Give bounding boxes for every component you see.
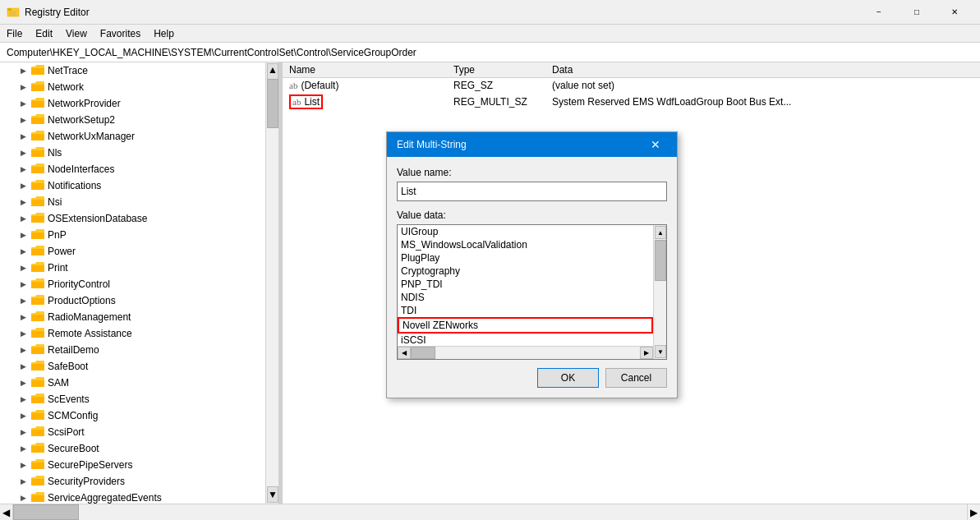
tree-item[interactable]: ▶OSExtensionDatabase	[0, 210, 278, 227]
tree-item[interactable]: ▶SafeBoot	[0, 358, 278, 375]
expand-btn[interactable]: ▶	[16, 228, 30, 242]
menu-file[interactable]: File	[0, 25, 29, 42]
tree-item[interactable]: ▶NetworkProvider	[0, 95, 278, 112]
close-button[interactable]: ✕	[936, 0, 973, 25]
tree-item[interactable]: ▶PnP	[0, 227, 278, 243]
vd-scroll-up[interactable]: ▲	[655, 226, 666, 239]
value-data-item[interactable]: Cryptography	[398, 265, 653, 278]
expand-btn[interactable]: ▶	[16, 311, 30, 324]
expand-btn[interactable]: ▶	[16, 278, 30, 291]
tree-item[interactable]: ▶Power	[0, 243, 278, 260]
expand-btn[interactable]: ▶	[16, 146, 30, 159]
tree-item[interactable]: ▶Notifications	[0, 177, 278, 194]
tree-item[interactable]: ▶PriorityControl	[0, 276, 278, 292]
expand-btn[interactable]: ▶	[16, 97, 30, 110]
folder-icon	[31, 229, 44, 241]
scroll-up-btn[interactable]: ▲	[267, 63, 278, 80]
tree-item[interactable]: ▶SAM	[0, 375, 278, 391]
menu-view[interactable]: View	[59, 25, 94, 42]
value-data-item[interactable]: iSCSI	[398, 334, 653, 347]
value-data-item[interactable]: UIGroup	[398, 225, 653, 238]
tree-item[interactable]: ▶RadioManagement	[0, 309, 278, 325]
expand-btn[interactable]: ▶	[16, 458, 30, 472]
maximize-button[interactable]: □	[898, 0, 936, 25]
h-scrollbar-thumb[interactable]	[13, 504, 79, 520]
scroll-down-btn[interactable]: ▼	[267, 486, 278, 503]
expand-btn[interactable]: ▶	[16, 163, 30, 176]
tree-item[interactable]: ▶ScsiPort	[0, 424, 278, 440]
expand-btn[interactable]: ▶	[16, 343, 30, 357]
value-data-item[interactable]: NDIS	[398, 291, 653, 304]
vd-h-right[interactable]: ▶	[640, 347, 653, 359]
tree-item[interactable]: ▶NetworkSetup2	[0, 112, 278, 128]
expand-btn[interactable]: ▶	[16, 327, 30, 340]
value-data-item[interactable]: MS_WindowsLocalValidation	[398, 238, 653, 251]
tree-item[interactable]: ▶NetworkUxManager	[0, 128, 278, 145]
tree-scrollbar: ▲ ▼	[265, 62, 278, 504]
vd-scroll-down[interactable]: ▼	[655, 345, 666, 358]
expand-btn[interactable]: ▶	[16, 376, 30, 389]
expand-btn[interactable]: ▶	[16, 81, 30, 94]
col-type: Type	[447, 62, 545, 78]
ok-button[interactable]: OK	[537, 368, 599, 388]
tree-item[interactable]: ▶Nls	[0, 145, 278, 161]
expand-btn[interactable]: ▶	[16, 179, 30, 192]
value-name-input[interactable]	[397, 182, 667, 201]
menu-edit[interactable]: Edit	[29, 25, 59, 42]
expand-btn[interactable]: ▶	[16, 64, 30, 77]
dialog-title: Edit Multi-String	[397, 139, 644, 150]
menu-help[interactable]: Help	[147, 25, 181, 42]
expand-btn[interactable]: ▶	[16, 245, 30, 258]
tree-item[interactable]: ▶SecurityProviders	[0, 473, 278, 490]
tree-item[interactable]: ▶Nsi	[0, 194, 278, 210]
value-data-item[interactable]: Novell ZENworks	[398, 317, 653, 334]
expand-btn[interactable]: ▶	[16, 196, 30, 209]
vd-scroll-thumb[interactable]	[655, 240, 666, 281]
expand-btn[interactable]: ▶	[16, 393, 30, 406]
expand-btn[interactable]: ▶	[16, 261, 30, 274]
tree-item[interactable]: ▶SecurePipeServers	[0, 457, 278, 473]
value-data-item[interactable]: TDI	[398, 304, 653, 317]
tree-item-label: Power	[48, 246, 76, 257]
expand-btn[interactable]: ▶	[16, 442, 30, 455]
table-row[interactable]: abListREG_MULTI_SZSystem Reserved EMS Wd…	[283, 93, 980, 111]
h-scroll-right[interactable]: ▶	[967, 504, 980, 520]
tree-item[interactable]: ▶RetailDemo	[0, 342, 278, 358]
expand-btn[interactable]: ▶	[16, 113, 30, 127]
scroll-thumb[interactable]	[267, 79, 278, 128]
expand-btn[interactable]: ▶	[16, 130, 30, 143]
menu-favorites[interactable]: Favorites	[94, 25, 147, 42]
tree-item[interactable]: ▶ScEvents	[0, 391, 278, 407]
tree-item[interactable]: ▶ServiceAggregatedEvents	[0, 490, 278, 504]
h-scroll-left[interactable]: ◀	[0, 504, 13, 520]
tree-item[interactable]: ▶SecureBoot	[0, 440, 278, 457]
expand-btn[interactable]: ▶	[16, 294, 30, 307]
dialog-close-button[interactable]: ✕	[644, 133, 667, 156]
tree-scroll[interactable]: ▶NetTrace▶Network▶NetworkProvider▶Networ…	[0, 62, 278, 504]
vd-h-thumb[interactable]	[411, 347, 435, 359]
tree-item[interactable]: ▶Print	[0, 260, 278, 276]
expand-btn[interactable]: ▶	[16, 475, 30, 488]
table-row[interactable]: ab(Default)REG_SZ(value not set)	[283, 78, 980, 94]
tree-item[interactable]: ▶ProductOptions	[0, 292, 278, 309]
expand-btn[interactable]: ▶	[16, 360, 30, 373]
edit-multistring-dialog[interactable]: Edit Multi-String ✕ Value name: Value da…	[386, 131, 678, 398]
folder-icon	[31, 163, 44, 175]
tree-item-label: Network	[48, 81, 84, 93]
minimize-button[interactable]: −	[860, 0, 898, 25]
tree-item[interactable]: ▶Remote Assistance	[0, 325, 278, 342]
tree-item[interactable]: ▶NodeInterfaces	[0, 161, 278, 177]
tree-item[interactable]: ▶NetTrace	[0, 62, 278, 79]
cancel-button[interactable]: Cancel	[605, 368, 667, 388]
expand-btn[interactable]: ▶	[16, 491, 30, 504]
value-data-item[interactable]: PNP_TDI	[398, 278, 653, 291]
expand-btn[interactable]: ▶	[16, 426, 30, 439]
dialog-buttons: OK Cancel	[397, 368, 667, 388]
tree-item[interactable]: ▶SCMConfig	[0, 407, 278, 424]
tree-item[interactable]: ▶Network	[0, 79, 278, 95]
expand-btn[interactable]: ▶	[16, 409, 30, 422]
vd-h-left[interactable]: ◀	[398, 347, 411, 359]
value-data-scroll-area[interactable]: UIGroupMS_WindowsLocalValidationPlugPlay…	[398, 225, 653, 359]
expand-btn[interactable]: ▶	[16, 212, 30, 225]
value-data-item[interactable]: PlugPlay	[398, 251, 653, 265]
